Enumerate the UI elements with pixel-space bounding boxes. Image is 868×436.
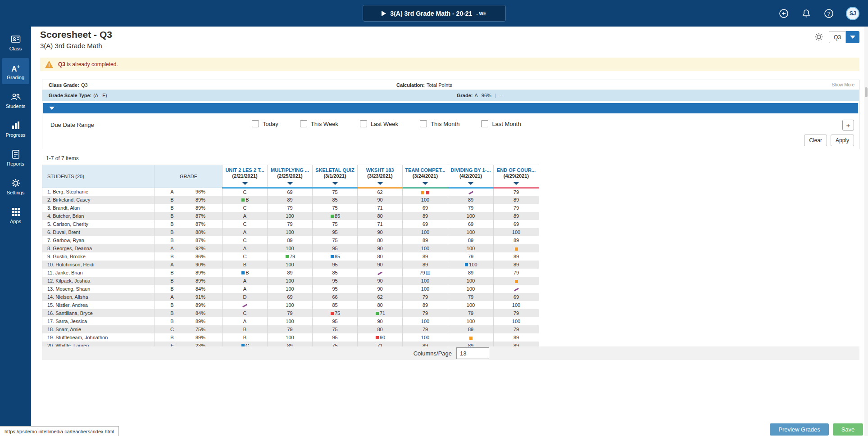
sidebar-item-students[interactable]: Students xyxy=(2,87,29,113)
grade-column-header[interactable]: GRADE xyxy=(155,165,223,188)
term-dropdown-button[interactable] xyxy=(846,31,859,43)
score-cell[interactable]: 79 xyxy=(494,188,539,196)
score-cell[interactable]: 79 xyxy=(448,204,494,212)
student-name[interactable]: 7. Garbow, Ryan xyxy=(42,236,155,244)
grade-cell[interactable]: A90% xyxy=(155,261,223,269)
score-cell[interactable]: B xyxy=(223,333,268,342)
score-cell[interactable]: 90 xyxy=(358,261,403,269)
score-cell[interactable]: 79 xyxy=(268,309,313,317)
checkbox[interactable] xyxy=(420,120,427,127)
score-cell[interactable]: 89 xyxy=(403,236,448,244)
score-cell[interactable]: 90 xyxy=(358,285,403,293)
score-cell[interactable]: 100 xyxy=(403,333,448,342)
filter-option-today[interactable]: Today xyxy=(252,120,278,127)
assignment-name[interactable]: END OF COUR... xyxy=(494,167,539,173)
help-icon[interactable]: ? xyxy=(823,8,834,19)
grade-cell[interactable]: B89% xyxy=(155,277,223,285)
student-name[interactable]: 5. Carlson, Cherity xyxy=(42,220,155,228)
score-cell[interactable]: 95 xyxy=(313,317,358,325)
score-cell[interactable]: 89 xyxy=(268,196,313,204)
assignment-header-4[interactable]: WKSHT 183(3/23/2021) xyxy=(358,165,403,188)
score-cell[interactable]: 79 xyxy=(494,309,539,317)
score-cell[interactable] xyxy=(358,269,403,277)
grade-cell[interactable]: B89% xyxy=(155,301,223,309)
score-cell[interactable]: C xyxy=(223,220,268,228)
score-cell[interactable]: 79 xyxy=(268,220,313,228)
assignment-header-5[interactable]: TEAM COMPET...(3/24/2021) xyxy=(403,165,448,188)
score-cell[interactable]: 85 xyxy=(313,301,358,309)
student-name[interactable]: 17. Sarra, Jessica xyxy=(42,317,155,325)
assignment-header-2[interactable]: MULTIPLYING ...(2/25/2021) xyxy=(268,165,313,188)
score-cell[interactable]: 79 xyxy=(403,325,448,333)
score-cell[interactable] xyxy=(494,277,539,285)
student-name[interactable]: 2. Birkeland, Casey xyxy=(42,196,155,204)
score-cell[interactable]: A xyxy=(223,277,268,285)
score-cell[interactable]: 79 xyxy=(448,293,494,301)
score-cell[interactable]: 95 xyxy=(313,333,358,342)
score-cell[interactable]: 95 xyxy=(313,277,358,285)
filter-collapse-bar[interactable] xyxy=(43,103,858,113)
student-name[interactable]: 4. Butcher, Brian xyxy=(42,212,155,220)
assignment-name[interactable]: MULTIPLYING ... xyxy=(268,167,312,173)
grade-cell[interactable]: B89% xyxy=(155,317,223,325)
grade-cell[interactable]: B86% xyxy=(155,252,223,261)
student-name[interactable]: 16. Santillana, Bryce xyxy=(42,309,155,317)
score-cell[interactable]: 100 xyxy=(403,196,448,204)
student-name[interactable]: 12. Kilpack, Joshua xyxy=(42,277,155,285)
score-cell[interactable]: 100 xyxy=(494,317,539,325)
score-cell[interactable]: 90 xyxy=(358,244,403,252)
chevron-down-icon[interactable] xyxy=(332,182,338,185)
filter-option-this-week[interactable]: This Week xyxy=(300,120,338,127)
student-name[interactable]: 13. Moseng, Shaun xyxy=(42,285,155,293)
score-cell[interactable]: 69 xyxy=(268,293,313,301)
score-cell[interactable]: D xyxy=(223,293,268,301)
score-cell[interactable]: 100 xyxy=(448,301,494,309)
score-cell[interactable]: 100 xyxy=(448,285,494,293)
student-name[interactable]: 14. Nielsen, Alisha xyxy=(42,293,155,301)
show-more-link[interactable]: Show More xyxy=(832,82,854,87)
grade-cell[interactable]: B84% xyxy=(155,285,223,293)
checkbox[interactable] xyxy=(300,120,307,127)
grade-cell[interactable]: A91% xyxy=(155,293,223,301)
score-cell[interactable]: 100 xyxy=(268,277,313,285)
sidebar-item-settings[interactable]: Settings xyxy=(2,173,29,199)
grade-cell[interactable]: B89% xyxy=(155,333,223,342)
class-switcher-button[interactable]: 3(A) 3rd Grade Math - 20-21 - WE xyxy=(363,5,506,22)
grade-cell[interactable]: A92% xyxy=(155,244,223,252)
score-cell[interactable]: 79 xyxy=(268,204,313,212)
assignment-header-7[interactable]: END OF COUR...(4/29/2021) xyxy=(494,165,539,188)
score-cell[interactable]: B xyxy=(223,325,268,333)
score-cell[interactable]: 75 xyxy=(313,309,358,317)
grade-cell[interactable]: B89% xyxy=(155,269,223,277)
score-cell[interactable]: C xyxy=(223,188,268,196)
settings-gear-button[interactable] xyxy=(813,32,824,43)
score-cell[interactable]: 79 xyxy=(448,309,494,317)
save-button[interactable]: Save xyxy=(833,423,863,436)
grade-cell[interactable]: B89% xyxy=(155,204,223,212)
user-avatar[interactable]: SJ xyxy=(846,7,859,20)
score-cell[interactable]: 90 xyxy=(358,196,403,204)
score-cell[interactable]: B xyxy=(223,196,268,204)
student-name[interactable]: 19. Stufflebeam, Johnathon xyxy=(42,333,155,342)
score-cell[interactable]: 100 xyxy=(403,277,448,285)
score-cell[interactable]: 62 xyxy=(358,293,403,301)
score-cell[interactable]: 89 xyxy=(494,236,539,244)
grade-cell[interactable]: B87% xyxy=(155,236,223,244)
score-cell[interactable]: 100 xyxy=(448,277,494,285)
checkbox[interactable] xyxy=(360,120,367,127)
grade-cell[interactable]: B87% xyxy=(155,220,223,228)
score-cell[interactable]: 100 xyxy=(268,285,313,293)
score-cell[interactable]: 85 xyxy=(313,269,358,277)
score-cell[interactable]: 79 xyxy=(268,325,313,333)
score-cell[interactable]: 89 xyxy=(268,269,313,277)
score-cell[interactable]: 100 xyxy=(268,317,313,325)
score-cell[interactable]: B xyxy=(223,269,268,277)
score-cell[interactable]: 69 xyxy=(268,188,313,196)
filter-option-last-week[interactable]: Last Week xyxy=(360,120,398,127)
score-cell[interactable]: 89 xyxy=(494,261,539,269)
score-cell[interactable]: 90 xyxy=(358,277,403,285)
score-cell[interactable]: 100 xyxy=(268,261,313,269)
score-cell[interactable]: 89 xyxy=(448,236,494,244)
chevron-down-icon[interactable] xyxy=(242,182,248,185)
score-cell[interactable]: 79 xyxy=(403,309,448,317)
